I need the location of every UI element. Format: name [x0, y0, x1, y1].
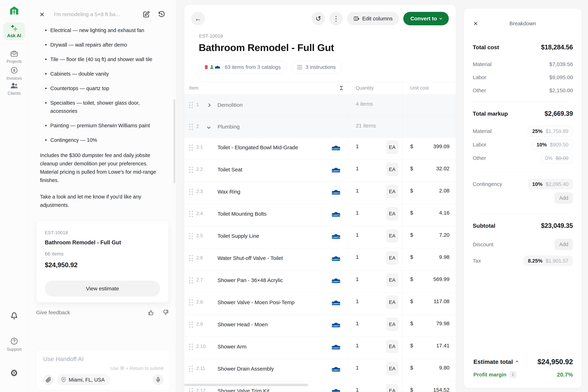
- quantity-value[interactable]: 1: [356, 144, 359, 150]
- table-row[interactable]: 2.10Shower ArmLowe's1EA$17.41: [184, 337, 456, 359]
- table-row[interactable]: 2.11Shower Drain AssemblyLowe's1EA$9.80: [184, 359, 456, 381]
- quantity-cell[interactable]: 1EA: [348, 381, 402, 392]
- location-selector[interactable]: Miami, FL, USA: [57, 374, 110, 386]
- quantity-cell[interactable]: 1EA: [348, 182, 402, 204]
- markup-pill[interactable]: 10%$909.50: [532, 139, 573, 150]
- table-row[interactable]: 2.7Shower Pan - 36×48 AcrylicLowe's1EA$5…: [184, 270, 456, 292]
- table-row[interactable]: 2.5Toilet Supply LineLowe's1EA$7.20: [184, 226, 456, 248]
- section-row[interactable]: 1Demolition4 items: [184, 94, 456, 116]
- drag-handle-icon[interactable]: [189, 189, 193, 195]
- table-row[interactable]: 2.8Shower Valve - Moen Posi-TempLowe's1E…: [184, 292, 456, 315]
- unit-cost-value[interactable]: 117.08: [434, 298, 450, 304]
- add-button[interactable]: Add: [554, 192, 573, 204]
- table-row[interactable]: 2.12Shower Valve Trim KitLowe's1EA$154.5…: [184, 381, 456, 392]
- unit-cost-value[interactable]: 79.98: [436, 320, 450, 326]
- unit-cost-cell[interactable]: $17.41: [402, 337, 456, 359]
- quantity-cell[interactable]: 1EA: [348, 315, 402, 337]
- table-row[interactable]: 2.4Toilet Mounting BoltsLowe's1EA$4.16: [184, 204, 456, 226]
- unit-cost-cell[interactable]: $569.99: [402, 270, 456, 292]
- quantity-value[interactable]: 1: [356, 276, 359, 282]
- quantity-cell[interactable]: 1EA: [348, 226, 402, 248]
- unit-select[interactable]: EA: [386, 229, 398, 242]
- chat-input-placeholder[interactable]: Use Handoff AI: [43, 356, 164, 362]
- quantity-cell[interactable]: 1EA: [348, 270, 402, 292]
- table-row[interactable]: 2.9Shower Head - MoenLowe's1EA$79.98: [184, 315, 456, 337]
- unit-cost-value[interactable]: 9.98: [439, 254, 450, 260]
- drag-handle-icon[interactable]: [189, 166, 193, 173]
- quantity-cell[interactable]: 1EA: [348, 160, 402, 182]
- new-chat-icon[interactable]: [143, 11, 150, 18]
- drag-handle-icon[interactable]: [189, 211, 193, 217]
- contingency-pill[interactable]: 10% $2,095.40: [528, 179, 573, 190]
- unit-cost-cell[interactable]: $9.80: [402, 359, 456, 381]
- quantity-cell[interactable]: 1EA: [348, 359, 402, 381]
- drag-handle-icon[interactable]: [189, 277, 193, 284]
- unit-cost-cell[interactable]: $79.98: [402, 315, 456, 337]
- drag-handle-icon[interactable]: [189, 344, 193, 350]
- quantity-value[interactable]: 1: [356, 188, 359, 194]
- unit-cost-cell[interactable]: $117.08: [402, 293, 456, 315]
- drag-handle-icon[interactable]: [189, 102, 193, 108]
- unit-cost-cell[interactable]: $7.20: [402, 226, 456, 248]
- unit-cost-cell[interactable]: $2.08: [402, 182, 456, 204]
- quantity-value[interactable]: 1: [356, 254, 359, 260]
- quantity-cell[interactable]: 1EA: [348, 293, 402, 315]
- drag-handle-icon[interactable]: [189, 388, 193, 392]
- info-icon[interactable]: i: [509, 371, 516, 378]
- undo-button[interactable]: ↺: [312, 12, 325, 25]
- unit-cost-cell[interactable]: $32.02: [402, 160, 456, 182]
- catalogs-chip[interactable]: 63 items from 3 catalogs: [199, 61, 287, 74]
- quantity-cell[interactable]: 1EA: [348, 138, 402, 160]
- horizontal-scrollbar[interactable]: [184, 384, 308, 386]
- quantity-value[interactable]: 1: [356, 232, 359, 238]
- table-row[interactable]: 2.3Wax RingLowe's1EA$2.08: [184, 182, 456, 204]
- unit-cost-value[interactable]: 9.80: [439, 365, 450, 371]
- chat-history-icon[interactable]: [158, 11, 165, 18]
- drag-handle-icon[interactable]: [189, 124, 193, 130]
- chevron-right-icon[interactable]: [208, 101, 218, 108]
- drag-handle-icon[interactable]: [189, 322, 193, 328]
- collapse-all-icon[interactable]: [339, 85, 344, 91]
- quantity-cell[interactable]: 1EA: [348, 337, 402, 359]
- back-button[interactable]: ←: [191, 12, 205, 25]
- drag-handle-icon[interactable]: [189, 144, 193, 151]
- quantity-value[interactable]: 1: [356, 210, 359, 216]
- breakdown-close-icon[interactable]: ×: [474, 20, 478, 27]
- unit-select[interactable]: EA: [386, 185, 398, 198]
- quantity-value[interactable]: 1: [356, 320, 359, 326]
- table-row[interactable]: 2.1Toilet - Elongated Bowl Mid-GradeLowe…: [184, 138, 456, 160]
- unit-cost-value[interactable]: 4.16: [439, 210, 450, 216]
- settings-gear-icon[interactable]: ⚙: [10, 369, 18, 378]
- unit-cost-value[interactable]: 154.52: [433, 387, 450, 392]
- unit-select[interactable]: EA: [386, 318, 398, 331]
- thumbs-down-icon[interactable]: [162, 309, 169, 316]
- unit-cost-cell[interactable]: $9.98: [402, 248, 456, 270]
- unit-cost-cell[interactable]: $154.52: [402, 381, 456, 392]
- convert-to-button[interactable]: Convert to: [403, 12, 449, 25]
- unit-select[interactable]: EA: [386, 163, 398, 176]
- unit-select[interactable]: EA: [386, 362, 398, 375]
- quantity-value[interactable]: 1: [356, 298, 359, 304]
- unit-cost-value[interactable]: 399.09: [433, 144, 450, 150]
- markup-pill[interactable]: 0%$0.00: [541, 153, 573, 164]
- unit-select[interactable]: EA: [386, 140, 398, 154]
- voice-input-button[interactable]: [153, 374, 164, 385]
- table-row[interactable]: 2.2Toilet SeatLowe's1EA$32.02: [184, 160, 456, 182]
- unit-select[interactable]: EA: [386, 207, 398, 220]
- quantity-value[interactable]: 1: [356, 365, 359, 371]
- markup-pill[interactable]: 25%$1,759.89: [528, 126, 573, 136]
- section-row[interactable]: 2Plumbing21 items: [184, 116, 456, 138]
- unit-cost-value[interactable]: 17.41: [436, 342, 450, 348]
- sidebar-item-ask-ai[interactable]: Ask AI: [3, 22, 25, 40]
- unit-cost-value[interactable]: 32.02: [436, 166, 450, 172]
- unit-select[interactable]: EA: [386, 296, 398, 309]
- sidebar-item-invoices[interactable]: $ Invoices: [0, 66, 28, 81]
- unit-select[interactable]: EA: [386, 251, 398, 265]
- chat-scrollbar[interactable]: [174, 99, 175, 183]
- drag-handle-icon[interactable]: [189, 366, 193, 372]
- attach-file-button[interactable]: [43, 374, 54, 385]
- unit-select[interactable]: EA: [386, 340, 398, 353]
- quantity-value[interactable]: 1: [356, 166, 359, 172]
- edit-columns-button[interactable]: Edit columns: [347, 12, 399, 25]
- unit-cost-cell[interactable]: $4.16: [402, 204, 456, 226]
